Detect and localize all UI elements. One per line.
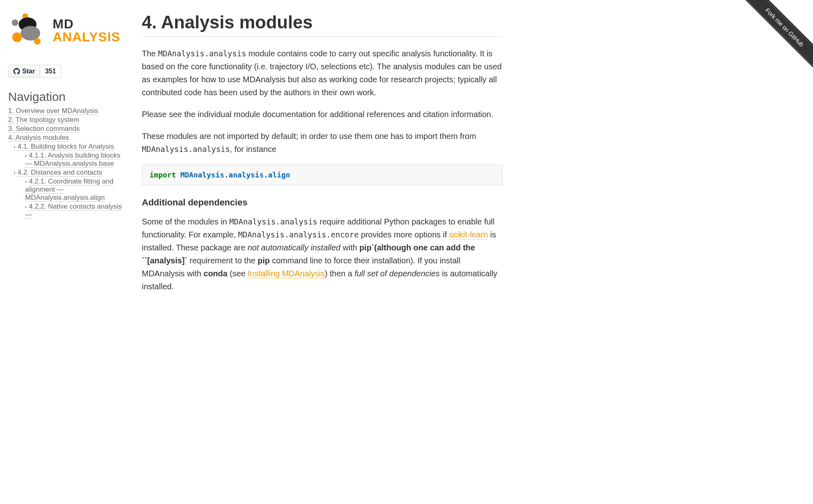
main-content: 4. Analysis modules The MDAnalysis.analy… <box>134 0 519 314</box>
github-star-count[interactable]: 351 <box>40 65 61 78</box>
sidebar: MD ANALYSIS Star 351 Navigation 1. Overv… <box>0 0 134 314</box>
logo-text-md: MD <box>53 17 120 30</box>
nav-item-selection[interactable]: 3. Selection commands <box>8 125 80 133</box>
fork-ribbon[interactable]: Fork me on GitHub <box>732 0 813 81</box>
code-mdanalysis-analysis: MDAnalysis.analysis <box>158 49 246 58</box>
github-star-button[interactable]: Star <box>8 65 40 78</box>
logo-text-analysis: ANALYSIS <box>53 30 120 43</box>
subheading-additional-deps: Additional dependencies <box>142 197 503 208</box>
intro-paragraph-2: Please see the individual module documen… <box>142 108 503 121</box>
github-icon <box>13 68 20 75</box>
nav-list: 1. Overview over MDAnalysis 2. The topol… <box>8 107 126 219</box>
nav-item-4-2[interactable]: 4.2. Distances and contacts <box>17 169 102 177</box>
deps-paragraph: Some of the modules in MDAnalysis.analys… <box>142 215 503 293</box>
intro-paragraph-3: These modules are not imported by defaul… <box>142 130 503 156</box>
logo[interactable]: MD ANALYSIS <box>8 12 126 49</box>
link-installing-mdanalysis[interactable]: Installing MDAnalysis <box>248 269 325 278</box>
svg-point-1 <box>12 19 18 26</box>
code-mdanalysis-analysis-2: MDAnalysis.analysis <box>142 145 230 154</box>
page-title: 4. Analysis modules <box>142 12 503 37</box>
github-star-widget: Star 351 <box>8 65 61 78</box>
star-label: Star <box>22 68 35 75</box>
link-scikit-learn[interactable]: scikit-learn <box>449 230 488 239</box>
nav-item-4-1-1[interactable]: 4.1.1. Analysis building blocks — MDAnal… <box>25 152 120 168</box>
nav-item-4-1[interactable]: 4.1. Building blocks for Analysis <box>17 143 114 151</box>
nav-heading: Navigation <box>8 90 126 104</box>
svg-point-4 <box>12 32 22 42</box>
nav-item-overview[interactable]: 1. Overview over MDAnalysis <box>8 107 98 115</box>
nav-item-topology[interactable]: 2. The topology system <box>8 116 79 124</box>
intro-paragraph-1: The MDAnalysis.analysis module contains … <box>142 47 503 99</box>
code-block-import: import MDAnalysis.analysis.align <box>142 164 503 185</box>
logo-icon <box>8 12 49 49</box>
nav-item-analysis[interactable]: 4. Analysis modules <box>8 134 69 142</box>
nav-item-4-2-1[interactable]: 4.2.1. Coordinate fitting and alignment … <box>25 177 113 202</box>
fork-ribbon-text: Fork me on GitHub <box>740 0 813 73</box>
nav-item-4-2-2[interactable]: 4.2.2. Native contacts analysis — <box>25 203 122 219</box>
svg-point-5 <box>34 38 41 45</box>
